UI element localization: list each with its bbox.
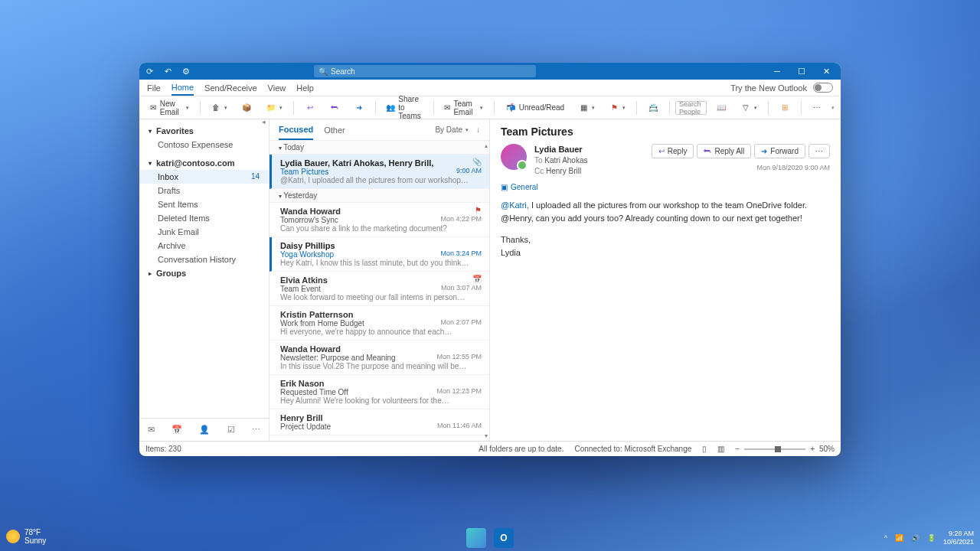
message-item[interactable]: Erik Nason Requested Time Off Hey Alumni… [270, 375, 489, 409]
ribbon: ✉New Email▾ 🗑▾ 📦 📁▾ ↩ ⮪ ➜ 👥Share to Team… [139, 96, 841, 119]
close-button[interactable]: ✕ [821, 67, 831, 77]
sun-icon [6, 530, 20, 543]
battery-icon[interactable]: 🔋 [927, 534, 936, 542]
zoom-out-button[interactable]: − [735, 445, 740, 453]
reply-all-icon: ⮪ [704, 147, 711, 155]
address-book-button[interactable]: 📇 [643, 100, 663, 116]
tasks-nav-icon[interactable]: ☑ [227, 425, 235, 435]
folder-conversation-history[interactable]: Conversation History [139, 253, 269, 266]
sender-avatar[interactable] [501, 144, 527, 170]
try-new-outlook-toggle[interactable] [813, 83, 833, 93]
message-item[interactable]: Wanda Howard Tomorrow's Sync Can you sha… [270, 203, 489, 237]
tag-icon: ▣ [501, 183, 508, 191]
tab-focused[interactable]: Focused [279, 125, 313, 140]
folder-inbox[interactable]: Inbox14 [139, 170, 269, 184]
volume-icon[interactable]: 🔊 [911, 534, 920, 542]
search-people-input[interactable]: Search People [675, 101, 707, 115]
mail-nav-icon[interactable]: ✉ [148, 425, 155, 435]
tab-other[interactable]: Other [324, 126, 345, 135]
sidebar-item[interactable]: Contoso Expensese [139, 138, 269, 152]
scroll-up-icon[interactable]: ▴ [485, 142, 488, 149]
message-item[interactable]: Daisy Phillips Yoga Workshop Hey Katri, … [270, 237, 489, 272]
maximize-button[interactable]: ☐ [796, 67, 807, 77]
folder-junk[interactable]: Junk Email [139, 225, 269, 239]
zoom-slider[interactable] [744, 448, 805, 450]
team-email-button[interactable]: ✉Team Email▾ [439, 97, 488, 119]
flag-icon: ⚑ [609, 103, 619, 113]
reply-all-button[interactable]: ⮪ [325, 100, 345, 116]
group-today[interactable]: Today [270, 141, 489, 155]
channel-tag[interactable]: ▣General [501, 183, 830, 191]
mention[interactable]: @Katri, [501, 201, 529, 210]
folder-deleted[interactable]: Deleted Items [139, 211, 269, 225]
ribbon-collapse-icon[interactable]: ▾ [831, 105, 835, 111]
people-nav-icon[interactable]: 👤 [199, 425, 210, 435]
flag-icon: ⚑ [475, 206, 482, 214]
forward-button[interactable]: ➜ [349, 100, 369, 116]
chevron-down-icon: ▾ [149, 160, 152, 167]
wifi-icon[interactable]: 📶 [895, 534, 903, 542]
undo-icon[interactable]: ↶ [162, 66, 173, 77]
filter-button[interactable]: ▽▾ [736, 100, 762, 116]
forward-action[interactable]: ➜Forward [754, 144, 805, 158]
menu-file[interactable]: File [147, 83, 161, 93]
menu-send-receive[interactable]: Send/Receive [204, 83, 257, 93]
more-button[interactable]: ⋯ [807, 100, 827, 116]
unread-read-button[interactable]: 📬Unread/Read [501, 100, 569, 116]
view-reading-icon[interactable]: ▥ [717, 445, 724, 453]
account-section[interactable]: ▾katri@contoso.com [139, 156, 269, 170]
reply-all-action[interactable]: ⮪Reply All [697, 144, 751, 158]
more-nav-icon[interactable]: ⋯ [252, 425, 260, 435]
start-button[interactable] [466, 528, 486, 548]
envelope-icon: 📬 [505, 103, 516, 113]
teams-icon: 👥 [386, 103, 395, 113]
calendar-nav-icon[interactable]: 📅 [172, 425, 182, 435]
reply-action[interactable]: ↩Reply [652, 144, 694, 158]
folder-sent[interactable]: Sent Items [139, 197, 269, 211]
chevron-up-icon[interactable]: ^ [884, 534, 887, 542]
folder-drafts[interactable]: Drafts [139, 184, 269, 197]
menu-view[interactable]: View [268, 83, 286, 93]
book-icon: 📇 [648, 103, 658, 113]
groups-section[interactable]: ▸Groups [139, 266, 269, 280]
email-subject: Team Pictures [501, 126, 830, 138]
minimize-button[interactable]: ─ [772, 67, 782, 77]
contacts-icon: 📖 [716, 103, 727, 113]
message-item[interactable]: Henry Brill Project Update Mon 11:46 AM [270, 409, 489, 435]
clock[interactable]: 9:28 AM10/6/2021 [943, 530, 974, 546]
menu-help[interactable]: Help [296, 83, 314, 93]
reply-button[interactable]: ↩ [300, 100, 320, 116]
delete-button[interactable]: 🗑▾ [206, 100, 232, 116]
scroll-down-icon[interactable]: ▾ [485, 432, 488, 439]
sort-button[interactable]: By Date▾↓ [435, 126, 480, 134]
message-item[interactable]: Kristin Patternson Work from Home Budget… [270, 306, 489, 341]
attachment-icon: 📎 [472, 158, 482, 166]
refresh-icon[interactable]: ⟳ [144, 66, 155, 77]
more-actions[interactable]: ⋯ [808, 144, 830, 158]
categorize-button[interactable]: ▦▾ [573, 100, 599, 116]
share-teams-button[interactable]: 👥Share to Teams [381, 93, 426, 122]
message-item[interactable]: Elvia Atkins Team Event We look forward … [270, 272, 489, 306]
group-yesterday[interactable]: Yesterday [270, 189, 489, 203]
quick-access-icon[interactable]: ⚙ [181, 66, 191, 77]
collapse-sidebar-icon[interactable]: ◂ [262, 119, 266, 126]
apps-button[interactable]: ⊞ [775, 100, 795, 116]
address-book-icon-button[interactable]: 📖 [711, 100, 731, 116]
new-email-button[interactable]: ✉New Email▾ [145, 97, 194, 119]
menu-home[interactable]: Home [172, 83, 194, 96]
cc-recipient: Henry Brill [546, 167, 581, 175]
search-input[interactable]: 🔍 Search [314, 65, 536, 77]
archive-button[interactable]: 📦 [237, 100, 256, 116]
move-button[interactable]: 📁▾ [261, 100, 287, 116]
zoom-in-button[interactable]: + [810, 445, 815, 453]
taskbar-outlook-icon[interactable]: O [494, 528, 514, 548]
message-item[interactable]: Wanda Howard Newsletter: Purpose and Mea… [270, 341, 489, 375]
message-item[interactable]: Lydia Bauer, Katri Ahokas, Henry Brill, … [270, 155, 489, 189]
folder-archive[interactable]: Archive [139, 239, 269, 253]
favorites-section[interactable]: ▾Favorites [139, 124, 269, 138]
connection-status: Connected to: Microsoft Exchange [574, 445, 691, 453]
view-normal-icon[interactable]: ▯ [702, 445, 707, 453]
menubar: File Home Send/Receive View Help Try the… [139, 80, 841, 96]
weather-widget[interactable]: 78°FSunny [6, 528, 46, 545]
flag-button[interactable]: ⚑▾ [604, 100, 630, 116]
